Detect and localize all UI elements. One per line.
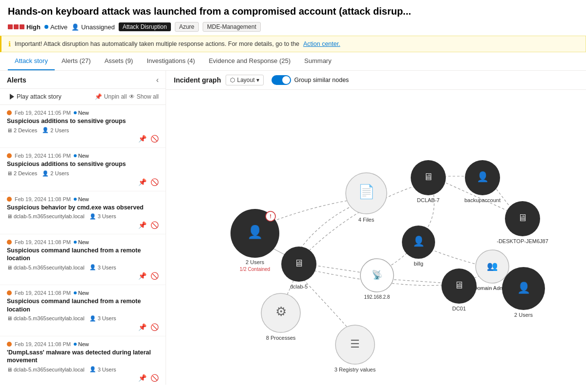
tab-assets[interactable]: Assets (9) [98,52,140,70]
tab-investigations[interactable]: Investigations (4) [140,52,202,70]
svg-text:-DESKTOP-JEM6J87: -DESKTOP-JEM6J87 [497,238,548,244]
svg-text:👤: 👤 [517,281,531,294]
svg-text:3 Registry values: 3 Registry values [335,367,376,372]
node-dclab5[interactable]: 🖥 dclab-5 [281,247,316,289]
tab-attack-story[interactable]: Attack story [8,52,55,70]
node-backup[interactable]: 👤 backupaccount [464,160,501,203]
node-registry[interactable]: ☰ 3 Registry values [335,325,376,372]
alert-time: Feb 19, 2024 11:08 PM [15,239,71,245]
user-count: 👤 2 Users [42,127,69,133]
severity-high: High [8,23,41,31]
alert-time: Feb 19, 2024 11:08 PM [15,341,71,347]
pin-icon[interactable]: 📌 [138,272,146,280]
alert-status: New [74,110,89,116]
new-label: New [78,110,89,116]
alert-time: Feb 19, 2024 11:06 PM [15,153,71,159]
node-files[interactable]: 📄 4 Files [346,173,387,223]
pin-icon[interactable]: 📌 [138,323,146,331]
alert-item[interactable]: Feb 19, 2024 11:08 PM New 'DumpLsass' ma… [0,336,166,385]
svg-text:☰: ☰ [350,338,360,350]
alert-actions: 📌 🚫 [7,178,159,186]
info-icon: ℹ [8,40,11,48]
alert-meta: Feb 19, 2024 11:08 PM New [7,290,159,296]
collapse-button[interactable]: ‹ [156,76,159,84]
group-nodes-toggle[interactable] [272,75,291,85]
eye-icon: 👁 [129,93,135,100]
node-processes[interactable]: ⚙ 8 Processes [261,293,300,341]
show-label: Show all [137,93,159,100]
svg-text:🖥: 🖥 [294,258,304,268]
alert-meta: Feb 19, 2024 11:06 PM New [7,153,159,159]
new-dot [74,198,77,201]
alert-item[interactable]: Feb 19, 2024 11:05 PM New Suspicious add… [0,105,166,148]
pin-icon[interactable]: 📌 [138,374,146,382]
play-label: Play attack story [17,93,62,100]
alert-dot [7,290,12,295]
user-count: 👤 3 Users [89,366,116,372]
hide-icon[interactable]: 🚫 [150,135,159,143]
node-billg[interactable]: 👤 billg [402,226,435,267]
alerts-panel: Alerts ‹ Play attack story 📌 Unpin all 👁… [0,71,166,385]
play-attack-story-button[interactable]: Play attack story [7,92,64,102]
new-dot [74,291,77,294]
unpin-all-button[interactable]: 📌 Unpin all [95,93,127,100]
alert-title: Suspicious command launched from a remot… [7,297,159,313]
node-users-contained[interactable]: ! 👤 2 Users 1/2 Contained [230,209,279,272]
svg-text:📄: 📄 [358,184,375,200]
new-label: New [78,239,89,245]
new-dot [74,343,77,346]
device-name: 🖥 dclab-5.m365securitylab.local [7,367,84,372]
alert-dot [7,110,12,115]
user-count: 👤 2 Users [42,170,69,177]
hide-icon[interactable]: 🚫 [150,221,159,229]
node-dclab7[interactable]: 🖥 DCLAB-7 [411,160,446,203]
show-all-button[interactable]: 👁 Show all [129,93,159,100]
alerts-header: Alerts ‹ [0,71,166,89]
svg-text:4 Files: 4 Files [358,217,375,223]
alert-item[interactable]: Feb 19, 2024 11:08 PM New Suspicious beh… [0,191,166,234]
hide-icon[interactable]: 🚫 [150,323,159,331]
layout-button[interactable]: ⬡ Layout ▾ [226,75,264,85]
tag-mde[interactable]: MDE-Management [203,22,261,32]
alert-item[interactable]: Feb 19, 2024 11:06 PM New Suspicious add… [0,148,166,191]
node-users2[interactable]: 👤 2 Users [502,267,545,318]
alerts-title: Alerts [7,76,26,84]
device-name: 🖥 dclab-5.m365securitylab.local [7,213,84,219]
tab-alerts[interactable]: Alerts (27) [55,52,98,70]
hide-icon[interactable]: 🚫 [150,272,159,280]
graph-area[interactable]: 📄 4 Files ! 👤 2 Users 1/2 Contained [166,90,586,385]
tag-azure[interactable]: Azure [175,22,199,32]
severity-sq3 [20,24,24,29]
alert-dot [7,240,12,245]
unpin-icon: 📌 [95,93,102,100]
svg-text:192.168.2.8: 192.168.2.8 [364,294,390,300]
pin-icon[interactable]: 📌 [138,135,146,143]
alert-item[interactable]: Feb 19, 2024 11:08 PM New Suspicious com… [0,285,166,336]
active-dot [44,25,48,29]
pin-icon[interactable]: 📌 [138,178,146,186]
hide-icon[interactable]: 🚫 [150,374,159,382]
play-icon [10,94,14,100]
severity-squares [8,24,24,29]
alert-item[interactable]: Feb 19, 2024 11:08 PM New Suspicious com… [0,234,166,286]
pin-icon[interactable]: 📌 [138,221,146,229]
status-active: Active [44,23,67,31]
svg-text:dclab-5: dclab-5 [290,284,308,289]
new-dot [74,241,77,244]
group-nodes-label: Group similar nodes [294,77,349,83]
action-center-link[interactable]: Action center. [303,41,340,47]
alert-assets: 🖥 dclab-5.m365securitylab.local 👤 3 User… [7,315,159,322]
alert-time: Feb 19, 2024 11:08 PM [15,290,71,296]
tab-evidence[interactable]: Evidence and Response (25) [202,52,297,70]
alert-dot [7,153,12,158]
svg-text:👤: 👤 [477,171,489,183]
node-ip[interactable]: 📡 192.168.2.8 [360,259,394,300]
tab-summary[interactable]: Summary [297,52,338,70]
tag-attack-disruption[interactable]: Attack Disruption [119,22,171,31]
alert-time: Feb 19, 2024 11:05 PM [15,110,71,116]
node-dc01[interactable]: 🖥 DC01 [441,268,477,311]
svg-text:backupaccount: backupaccount [464,197,501,203]
hide-icon[interactable]: 🚫 [150,178,159,186]
edge-dclab5-registry [300,276,354,335]
node-desktop[interactable]: 🖥 -DESKTOP-JEM6J87 [497,201,548,244]
